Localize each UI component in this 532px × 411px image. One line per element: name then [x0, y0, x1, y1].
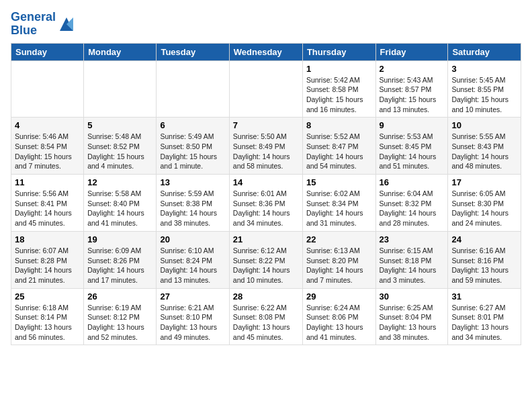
day-info: Sunrise: 6:07 AM Sunset: 8:28 PM Dayligh… [15, 246, 80, 285]
day-number: 1 [306, 64, 372, 74]
day-info: Sunrise: 6:16 AM Sunset: 8:16 PM Dayligh… [451, 246, 517, 285]
day-number: 9 [380, 120, 445, 130]
calendar-cell: 2 Sunrise: 5:43 AM Sunset: 8:57 PM Dayli… [375, 60, 448, 118]
calendar-cell: 23 Sunrise: 6:15 AM Sunset: 8:18 PM Dayl… [375, 231, 448, 288]
day-info: Sunrise: 6:15 AM Sunset: 8:18 PM Dayligh… [380, 246, 445, 285]
day-number: 28 [233, 291, 299, 302]
day-info: Sunrise: 5:42 AM Sunset: 8:58 PM Dayligh… [306, 75, 372, 115]
day-info: Sunrise: 6:12 AM Sunset: 8:22 PM Dayligh… [233, 246, 299, 285]
day-number: 29 [306, 291, 372, 302]
day-number: 24 [451, 234, 517, 244]
day-info: Sunrise: 5:55 AM Sunset: 8:43 PM Dayligh… [451, 132, 517, 171]
calendar-cell: 13 Sunrise: 5:59 AM Sunset: 8:38 PM Dayl… [157, 175, 229, 232]
day-number: 19 [87, 234, 152, 244]
day-number: 4 [15, 120, 80, 130]
weekday-header-row: SundayMondayTuesdayWednesdayThursdayFrid… [11, 43, 521, 60]
day-info: Sunrise: 5:56 AM Sunset: 8:41 PM Dayligh… [15, 189, 80, 228]
day-number: 5 [87, 120, 152, 130]
day-info: Sunrise: 5:59 AM Sunset: 8:38 PM Dayligh… [160, 189, 225, 228]
weekday-header-tuesday: Tuesday [157, 43, 229, 60]
weekday-header-thursday: Thursday [302, 43, 375, 60]
calendar-cell: 1 Sunrise: 5:42 AM Sunset: 8:58 PM Dayli… [302, 60, 375, 118]
calendar-cell: 12 Sunrise: 5:58 AM Sunset: 8:40 PM Dayl… [84, 175, 157, 232]
calendar-cell: 21 Sunrise: 6:12 AM Sunset: 8:22 PM Dayl… [229, 231, 302, 288]
day-number: 30 [380, 291, 445, 302]
day-info: Sunrise: 5:43 AM Sunset: 8:57 PM Dayligh… [380, 75, 445, 115]
calendar-week-5: 25 Sunrise: 6:18 AM Sunset: 8:14 PM Dayl… [11, 288, 521, 345]
calendar-cell [229, 60, 302, 118]
day-info: Sunrise: 6:05 AM Sunset: 8:30 PM Dayligh… [451, 189, 517, 228]
day-number: 25 [15, 291, 80, 302]
day-info: Sunrise: 6:01 AM Sunset: 8:36 PM Dayligh… [233, 189, 299, 228]
calendar-cell [11, 60, 84, 118]
day-info: Sunrise: 6:24 AM Sunset: 8:06 PM Dayligh… [306, 303, 372, 342]
day-number: 13 [160, 177, 225, 187]
day-number: 18 [15, 234, 80, 244]
calendar-cell: 31 Sunrise: 6:27 AM Sunset: 8:01 PM Dayl… [448, 288, 521, 345]
day-number: 27 [160, 291, 225, 302]
weekday-header-friday: Friday [375, 43, 448, 60]
day-number: 21 [233, 234, 299, 244]
logo: General Blue [11, 11, 76, 38]
calendar-cell: 15 Sunrise: 6:02 AM Sunset: 8:34 PM Dayl… [302, 175, 375, 232]
calendar-cell: 19 Sunrise: 6:09 AM Sunset: 8:26 PM Dayl… [84, 231, 157, 288]
day-number: 11 [15, 177, 80, 187]
calendar-cell: 5 Sunrise: 5:48 AM Sunset: 8:52 PM Dayli… [84, 118, 157, 175]
weekday-header-sunday: Sunday [11, 43, 84, 60]
calendar-cell: 22 Sunrise: 6:13 AM Sunset: 8:20 PM Dayl… [302, 231, 375, 288]
day-info: Sunrise: 6:18 AM Sunset: 8:14 PM Dayligh… [15, 303, 80, 342]
day-info: Sunrise: 6:02 AM Sunset: 8:34 PM Dayligh… [306, 189, 372, 228]
calendar-cell: 25 Sunrise: 6:18 AM Sunset: 8:14 PM Dayl… [11, 288, 84, 345]
weekday-header-monday: Monday [84, 43, 157, 60]
calendar-cell: 20 Sunrise: 6:10 AM Sunset: 8:24 PM Dayl… [157, 231, 229, 288]
day-info: Sunrise: 6:22 AM Sunset: 8:08 PM Dayligh… [233, 303, 299, 342]
calendar-week-3: 11 Sunrise: 5:56 AM Sunset: 8:41 PM Dayl… [11, 175, 521, 232]
day-number: 31 [451, 291, 517, 302]
calendar-cell: 17 Sunrise: 6:05 AM Sunset: 8:30 PM Dayl… [448, 175, 521, 232]
day-number: 17 [451, 177, 517, 187]
calendar-cell: 11 Sunrise: 5:56 AM Sunset: 8:41 PM Dayl… [11, 175, 84, 232]
day-number: 14 [233, 177, 299, 187]
weekday-header-saturday: Saturday [448, 43, 521, 60]
day-info: Sunrise: 5:46 AM Sunset: 8:54 PM Dayligh… [15, 132, 80, 171]
calendar-week-2: 4 Sunrise: 5:46 AM Sunset: 8:54 PM Dayli… [11, 118, 521, 175]
day-info: Sunrise: 6:10 AM Sunset: 8:24 PM Dayligh… [160, 246, 225, 285]
day-info: Sunrise: 5:53 AM Sunset: 8:45 PM Dayligh… [380, 132, 445, 171]
calendar-cell: 27 Sunrise: 6:21 AM Sunset: 8:10 PM Dayl… [157, 288, 229, 345]
calendar-cell: 9 Sunrise: 5:53 AM Sunset: 8:45 PM Dayli… [375, 118, 448, 175]
logo-icon [57, 15, 76, 34]
day-info: Sunrise: 6:04 AM Sunset: 8:32 PM Dayligh… [380, 189, 445, 228]
day-number: 23 [380, 234, 445, 244]
day-number: 6 [160, 120, 225, 130]
calendar-cell: 7 Sunrise: 5:50 AM Sunset: 8:49 PM Dayli… [229, 118, 302, 175]
calendar-cell [157, 60, 229, 118]
logo-text: General Blue [11, 11, 56, 38]
calendar-cell: 3 Sunrise: 5:45 AM Sunset: 8:55 PM Dayli… [448, 60, 521, 118]
page-header: General Blue [11, 11, 521, 38]
calendar-cell: 28 Sunrise: 6:22 AM Sunset: 8:08 PM Dayl… [229, 288, 302, 345]
calendar-cell: 6 Sunrise: 5:49 AM Sunset: 8:50 PM Dayli… [157, 118, 229, 175]
day-number: 22 [306, 234, 372, 244]
day-info: Sunrise: 6:21 AM Sunset: 8:10 PM Dayligh… [160, 303, 225, 342]
day-info: Sunrise: 5:49 AM Sunset: 8:50 PM Dayligh… [160, 132, 225, 171]
day-info: Sunrise: 5:45 AM Sunset: 8:55 PM Dayligh… [451, 75, 517, 115]
day-info: Sunrise: 5:58 AM Sunset: 8:40 PM Dayligh… [87, 189, 152, 228]
day-info: Sunrise: 5:48 AM Sunset: 8:52 PM Dayligh… [87, 132, 152, 171]
calendar-cell: 18 Sunrise: 6:07 AM Sunset: 8:28 PM Dayl… [11, 231, 84, 288]
calendar-cell: 26 Sunrise: 6:19 AM Sunset: 8:12 PM Dayl… [84, 288, 157, 345]
day-number: 2 [380, 64, 445, 74]
calendar-table: SundayMondayTuesdayWednesdayThursdayFrid… [11, 43, 521, 346]
day-number: 26 [87, 291, 152, 302]
calendar-cell: 16 Sunrise: 6:04 AM Sunset: 8:32 PM Dayl… [375, 175, 448, 232]
calendar-week-1: 1 Sunrise: 5:42 AM Sunset: 8:58 PM Dayli… [11, 60, 521, 118]
day-info: Sunrise: 5:50 AM Sunset: 8:49 PM Dayligh… [233, 132, 299, 171]
day-number: 10 [451, 120, 517, 130]
day-info: Sunrise: 6:09 AM Sunset: 8:26 PM Dayligh… [87, 246, 152, 285]
calendar-cell: 14 Sunrise: 6:01 AM Sunset: 8:36 PM Dayl… [229, 175, 302, 232]
day-info: Sunrise: 5:52 AM Sunset: 8:47 PM Dayligh… [306, 132, 372, 171]
calendar-week-4: 18 Sunrise: 6:07 AM Sunset: 8:28 PM Dayl… [11, 231, 521, 288]
calendar-cell: 29 Sunrise: 6:24 AM Sunset: 8:06 PM Dayl… [302, 288, 375, 345]
day-info: Sunrise: 6:13 AM Sunset: 8:20 PM Dayligh… [306, 246, 372, 285]
calendar-cell: 4 Sunrise: 5:46 AM Sunset: 8:54 PM Dayli… [11, 118, 84, 175]
calendar-cell: 30 Sunrise: 6:25 AM Sunset: 8:04 PM Dayl… [375, 288, 448, 345]
